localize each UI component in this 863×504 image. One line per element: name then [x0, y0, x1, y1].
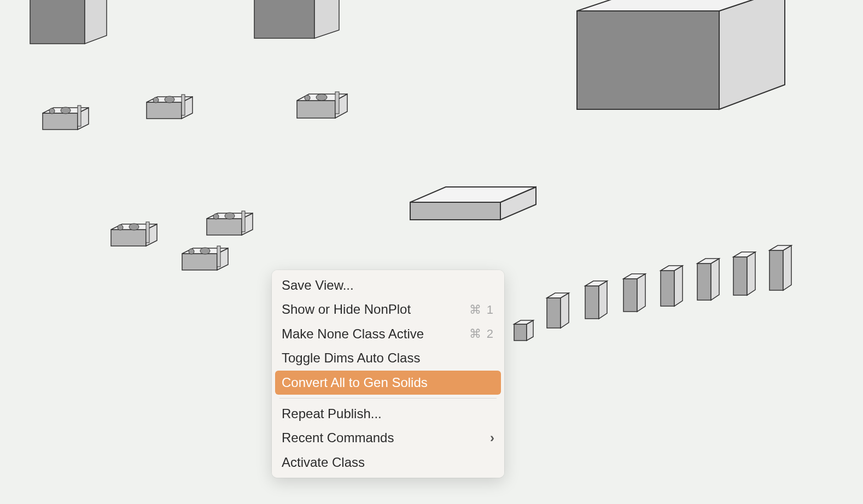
small-block-8[interactable] — [767, 242, 797, 296]
part-bracket-3[interactable] — [293, 87, 355, 128]
svg-marker-51 — [561, 293, 569, 328]
small-block-2[interactable] — [544, 290, 574, 333]
part-bracket-2[interactable] — [142, 90, 202, 128]
menu-item-label: Repeat Publish... — [282, 405, 382, 423]
menu-item-label: Activate Class — [282, 454, 365, 471]
svg-marker-68 — [769, 250, 783, 290]
svg-point-35 — [213, 214, 219, 219]
svg-point-17 — [153, 97, 159, 103]
menu-item-label: Convert All to Gen Solids — [282, 374, 428, 391]
svg-marker-44 — [410, 202, 500, 220]
small-block-1[interactable] — [511, 316, 539, 346]
small-block-3[interactable] — [582, 278, 613, 324]
svg-marker-32 — [207, 219, 242, 235]
menu-item-label: Toggle Dims Auto Class — [282, 349, 420, 367]
svg-marker-59 — [661, 271, 674, 306]
svg-marker-56 — [623, 279, 637, 312]
svg-rect-37 — [242, 211, 245, 232]
svg-marker-54 — [599, 281, 607, 319]
menu-item-recent-commands[interactable]: Recent Commands › — [275, 426, 501, 450]
menu-separator — [279, 398, 497, 398]
svg-rect-19 — [182, 95, 185, 115]
svg-marker-62 — [697, 263, 711, 300]
svg-marker-5 — [577, 11, 719, 109]
svg-rect-13 — [78, 106, 81, 126]
small-block-7[interactable] — [731, 249, 761, 301]
svg-marker-38 — [182, 254, 217, 270]
small-block-5[interactable] — [658, 262, 688, 312]
menu-item-shortcut: ⌘ 1 — [469, 302, 494, 318]
menu-item-label: Show or Hide NonPlot — [282, 301, 411, 318]
svg-point-41 — [189, 249, 194, 254]
svg-point-42 — [200, 248, 210, 254]
svg-marker-65 — [733, 257, 747, 295]
menu-item-save-view[interactable]: Save View... — [275, 273, 501, 297]
svg-point-30 — [129, 224, 139, 230]
menu-item-shortcut: ⌘ 2 — [469, 326, 494, 342]
svg-marker-26 — [111, 230, 146, 246]
svg-marker-63 — [711, 259, 719, 300]
svg-rect-31 — [146, 222, 149, 243]
menu-item-activate-class[interactable]: Activate Class — [275, 450, 501, 474]
menu-item-label: Save View... — [282, 277, 354, 294]
svg-point-11 — [49, 108, 55, 114]
svg-marker-57 — [637, 274, 645, 312]
solid-large-box[interactable] — [566, 0, 796, 131]
chevron-right-icon: › — [490, 429, 494, 447]
svg-marker-20 — [297, 101, 335, 118]
svg-marker-3 — [254, 0, 314, 38]
svg-marker-69 — [783, 245, 791, 290]
context-menu: Save View... Show or Hide NonPlot ⌘ 1 Ma… — [272, 270, 504, 478]
svg-marker-4 — [314, 0, 339, 38]
menu-item-convert-all-gen-solids[interactable]: Convert All to Gen Solids — [275, 371, 501, 395]
svg-point-12 — [61, 107, 71, 114]
solid-slab[interactable] — [402, 180, 544, 241]
svg-point-29 — [118, 225, 123, 230]
part-bracket-4[interactable] — [107, 218, 167, 256]
solid-column-2[interactable] — [249, 0, 358, 71]
svg-marker-8 — [43, 113, 78, 130]
svg-point-36 — [225, 213, 235, 219]
small-block-4[interactable] — [621, 271, 651, 317]
svg-rect-43 — [217, 246, 220, 267]
menu-item-show-hide-nonplot[interactable]: Show or Hide NonPlot ⌘ 1 — [275, 297, 501, 321]
svg-marker-53 — [585, 286, 599, 319]
part-bracket-5[interactable] — [202, 207, 263, 245]
svg-marker-60 — [674, 266, 683, 306]
svg-point-18 — [165, 96, 174, 103]
svg-point-24 — [316, 94, 327, 101]
menu-item-repeat-publish[interactable]: Repeat Publish... — [275, 402, 501, 426]
solid-column-1[interactable] — [25, 0, 123, 77]
svg-marker-66 — [747, 252, 755, 295]
part-bracket-1[interactable] — [38, 101, 98, 139]
svg-point-23 — [305, 95, 310, 101]
svg-rect-25 — [335, 92, 339, 114]
menu-item-label: Recent Commands — [282, 429, 394, 447]
svg-marker-6 — [719, 0, 785, 109]
svg-marker-47 — [514, 324, 527, 341]
menu-item-label: Make None Class Active — [282, 325, 424, 343]
part-bracket-6[interactable] — [178, 242, 238, 280]
svg-marker-14 — [147, 102, 182, 119]
small-block-6[interactable] — [695, 255, 725, 306]
menu-item-make-none-class-active[interactable]: Make None Class Active ⌘ 2 — [275, 322, 501, 346]
menu-item-toggle-dims-auto-class[interactable]: Toggle Dims Auto Class — [275, 346, 501, 370]
svg-marker-50 — [547, 298, 561, 328]
